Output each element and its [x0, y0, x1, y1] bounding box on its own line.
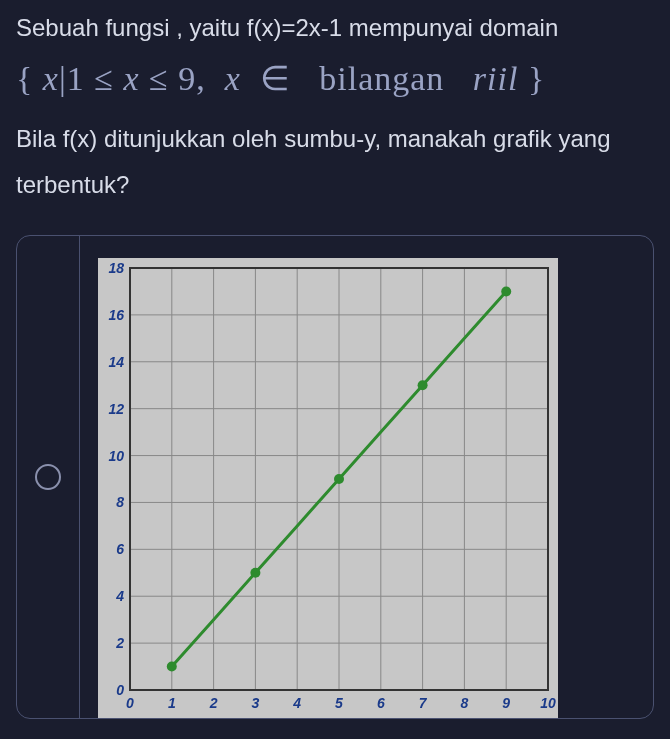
- svg-text:5: 5: [335, 695, 343, 711]
- leq-1: ≤: [94, 60, 114, 97]
- brace-open: {: [16, 60, 33, 97]
- svg-point-43: [167, 662, 177, 672]
- svg-point-47: [501, 287, 511, 297]
- riil: riil: [473, 60, 519, 97]
- answer-option[interactable]: 012345678910024681012141618: [16, 235, 654, 719]
- radio-column: [17, 236, 79, 718]
- svg-text:2: 2: [209, 695, 218, 711]
- svg-text:2: 2: [115, 635, 124, 651]
- element-of: ∈: [260, 60, 291, 97]
- svg-text:8: 8: [461, 695, 469, 711]
- svg-text:7: 7: [419, 695, 428, 711]
- such-that-bar: |: [59, 60, 67, 97]
- svg-text:10: 10: [108, 448, 124, 464]
- lhs-1: 1: [67, 60, 85, 97]
- domain-expression: { x|1 ≤ x ≤ 9, x ∈ bilangan riil }: [16, 58, 654, 98]
- svg-point-44: [250, 568, 260, 578]
- svg-text:16: 16: [108, 307, 124, 323]
- svg-text:4: 4: [115, 588, 124, 604]
- brace-close: }: [528, 60, 545, 97]
- svg-text:9: 9: [502, 695, 510, 711]
- chart-container: 012345678910024681012141618: [98, 258, 558, 718]
- svg-text:1: 1: [168, 695, 176, 711]
- question-line-2: Bila f(x) ditunjukkan oleh sumbu-y, mana…: [16, 116, 654, 207]
- question-line-1: Sebuah fungsi , yaitu f(x)=2x-1 mempunya…: [16, 10, 654, 46]
- svg-text:6: 6: [116, 542, 124, 558]
- svg-text:6: 6: [377, 695, 385, 711]
- radio-button[interactable]: [35, 464, 61, 490]
- svg-point-45: [334, 474, 344, 484]
- leq-2: ≤: [149, 60, 169, 97]
- var-x: x: [43, 60, 59, 97]
- svg-text:14: 14: [108, 354, 124, 370]
- var-x-2: x: [123, 60, 139, 97]
- svg-text:0: 0: [116, 682, 124, 698]
- svg-text:8: 8: [116, 495, 124, 511]
- chart-column: 012345678910024681012141618: [80, 236, 653, 718]
- svg-point-46: [418, 380, 428, 390]
- line-chart: 012345678910024681012141618: [98, 258, 558, 718]
- rhs-9: 9,: [178, 60, 206, 97]
- svg-text:3: 3: [252, 695, 260, 711]
- set-name: bilangan: [319, 60, 444, 97]
- svg-text:10: 10: [540, 695, 556, 711]
- svg-text:12: 12: [108, 401, 124, 417]
- var-x-3: x: [225, 60, 241, 97]
- svg-text:18: 18: [108, 260, 124, 276]
- svg-text:4: 4: [292, 695, 301, 711]
- svg-text:0: 0: [126, 695, 134, 711]
